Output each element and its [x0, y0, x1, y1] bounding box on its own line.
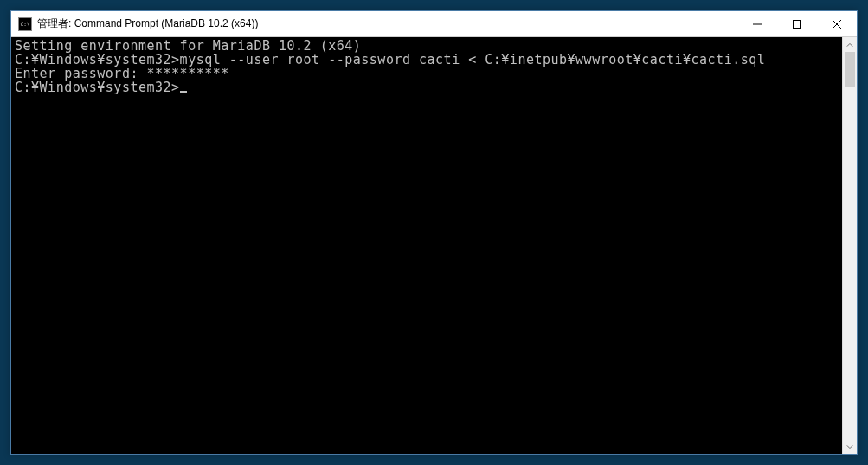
svg-rect-0: [753, 23, 762, 24]
terminal-line: C:¥Windows¥system32>mysql --user root --…: [15, 53, 839, 67]
maximize-icon: [793, 20, 801, 29]
cmd-icon: [18, 17, 32, 31]
terminal-content[interactable]: Setting environment for MariaDB 10.2 (x6…: [11, 37, 842, 454]
close-icon: [833, 20, 841, 29]
minimize-button[interactable]: [737, 11, 777, 36]
window-controls: [737, 11, 857, 36]
chevron-down-icon: [846, 443, 853, 450]
maximize-button[interactable]: [777, 11, 817, 36]
terminal-line: Setting environment for MariaDB 10.2 (x6…: [15, 39, 839, 53]
command-prompt-window: 管理者: Command Prompt (MariaDB 10.2 (x64))…: [10, 10, 858, 455]
vertical-scrollbar[interactable]: [842, 37, 857, 454]
terminal-prompt: C:¥Windows¥system32>: [15, 80, 180, 95]
chevron-up-icon: [846, 42, 853, 48]
minimize-icon: [753, 20, 762, 29]
scroll-thumb[interactable]: [845, 52, 855, 87]
scroll-up-button[interactable]: [843, 37, 857, 52]
terminal-line: Enter password: **********: [15, 67, 839, 81]
terminal-area: Setting environment for MariaDB 10.2 (x6…: [11, 37, 857, 454]
text-cursor: [180, 91, 187, 93]
titlebar[interactable]: 管理者: Command Prompt (MariaDB 10.2 (x64)): [11, 11, 857, 37]
svg-rect-1: [794, 20, 801, 28]
window-title: 管理者: Command Prompt (MariaDB 10.2 (x64)): [37, 16, 737, 31]
close-button[interactable]: [817, 11, 857, 36]
terminal-prompt-line: C:¥Windows¥system32>: [15, 81, 839, 94]
scroll-track[interactable]: [843, 52, 857, 439]
scroll-down-button[interactable]: [843, 439, 857, 454]
